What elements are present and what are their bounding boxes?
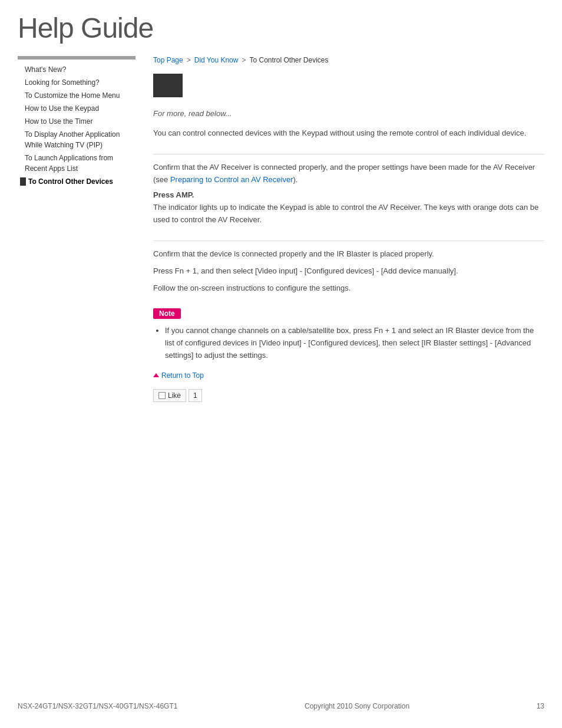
section2-text3: Follow the on-screen instructions to con… (153, 282, 544, 295)
footer: NSX-24GT1/NSX-32GT1/NSX-40GT1/NSX-46GT1 … (0, 702, 562, 710)
section2-text2: Press Fn + 1, and then select [Video inp… (153, 265, 544, 278)
breadcrumb-did-you-know[interactable]: Did You Know (194, 56, 239, 64)
divider2 (153, 241, 544, 241)
video-thumbnail (153, 74, 183, 97)
footer-model: NSX-24GT1/NSX-32GT1/NSX-40GT1/NSX-46GT1 (18, 702, 177, 710)
section1-block: Confirm that the AV Receiver is connecte… (153, 162, 544, 226)
sidebar-item-whats-new[interactable]: What's New? (18, 63, 135, 76)
note-badge: Note (153, 308, 181, 319)
breadcrumb-top-page[interactable]: Top Page (153, 56, 183, 64)
like-label: Like (168, 391, 181, 400)
divider1 (153, 154, 544, 154)
for-more-text: For more, read below... (153, 109, 544, 118)
breadcrumb-sep2: > (242, 56, 246, 64)
breadcrumb-sep1: > (187, 56, 191, 64)
note-list-item: If you cannot change channels on a cable… (165, 325, 544, 361)
section2-text1: Confirm that the device is connected pro… (153, 248, 544, 261)
sidebar-item-keypad[interactable]: How to Use the Keypad (18, 102, 135, 115)
like-button[interactable]: Like (153, 389, 186, 402)
intro-text: You can control connected devices with t… (153, 127, 544, 140)
sidebar-item-launch-apps[interactable]: To Launch Applications from Recent Apps … (18, 151, 135, 175)
like-section: Like 1 (153, 389, 544, 402)
page-title: Help Guide (18, 12, 544, 44)
return-to-top-link[interactable]: Return to Top (153, 371, 544, 380)
sidebar-header-bar (18, 56, 135, 60)
footer-copyright: Copyright 2010 Sony Corporation (305, 702, 409, 710)
main-content: Top Page > Did You Know > To Control Oth… (135, 56, 544, 426)
sidebar: What's New? Looking for Something? To Cu… (18, 56, 135, 426)
press-amp-label: Press AMP. (153, 190, 544, 199)
av-receiver-link[interactable]: Preparing to Control an AV Receiver (170, 175, 293, 184)
press-amp-detail: The indicator lights up to indicate the … (153, 202, 544, 226)
like-count: 1 (189, 389, 202, 402)
sidebar-item-timer[interactable]: How to Use the Timer (18, 115, 135, 128)
sidebar-active-indicator (20, 177, 26, 186)
breadcrumb-current: To Control Other Devices (249, 56, 328, 64)
section2-block: Confirm that the device is connected pro… (153, 248, 544, 294)
sidebar-item-looking[interactable]: Looking for Something? (18, 76, 135, 89)
footer-page: 13 (537, 702, 544, 710)
sidebar-item-display-another[interactable]: To Display Another Application While Wat… (18, 128, 135, 151)
note-list: If you cannot change channels on a cable… (165, 325, 544, 361)
like-checkbox-icon (158, 392, 166, 399)
breadcrumb: Top Page > Did You Know > To Control Oth… (153, 56, 544, 64)
triangle-up-icon (153, 373, 159, 377)
section1-text: Confirm that the AV Receiver is connecte… (153, 162, 544, 186)
sidebar-item-control-devices[interactable]: To Control Other Devices (18, 175, 135, 188)
sidebar-item-customize-home[interactable]: To Customize the Home Menu (18, 89, 135, 102)
